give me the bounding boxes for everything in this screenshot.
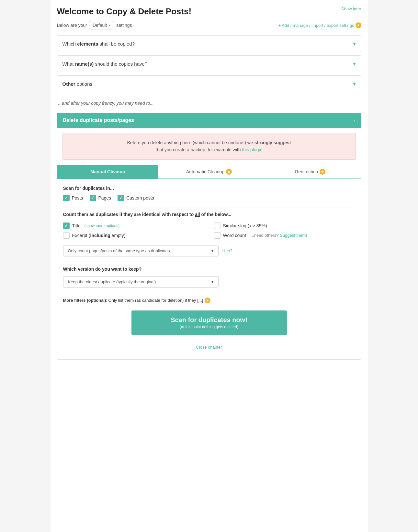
excerpt-label: Excerpt (including empty) [72,233,126,238]
backup-plugin-link[interactable]: this plugin [242,147,262,152]
excerpt-checkbox[interactable] [63,232,70,239]
suggest-link[interactable]: Suggest them! [280,233,307,238]
other-options-accordion-header[interactable]: Other options ▾ [57,76,361,92]
which-version-dropdown-wrapper: Keep the oldest duplicate (typically the… [63,276,355,288]
tab-body: Scan for duplicates in... Posts Pages Cu… [57,179,361,359]
header-row: Welcome to Copy & Delete Posts! Show int… [57,6,361,16]
criteria-slug: Similar slug (x ≥ 85%) [214,223,355,229]
suggest-prefix: ...need others? [251,233,280,238]
title-label: Title [72,223,81,228]
backup-warning-text: Before you delete anything here (which c… [127,140,291,152]
backup-warning: Before you delete anything here (which c… [62,133,356,160]
names-accordion: What name(s) should the copies have? ▾ [57,55,361,72]
tabs-row: Manual Cleanup Automatic Cleanup ★ Redir… [57,165,361,179]
tab-automatic-cleanup[interactable]: Automatic Cleanup ★ [158,165,260,179]
elements-chevron-icon: ▾ [353,40,356,47]
tab-redirection[interactable]: Redirection ★ [260,165,361,179]
same-type-label: Only count pages/posts of the same type … [68,248,170,253]
delete-section-body: Before you delete anything here (which c… [57,133,361,360]
settings-prefix: Below are your [57,23,87,28]
elements-accordion-header[interactable]: Which elements shall be copied? ▾ [57,36,361,52]
checkbox-pages: Pages [90,195,111,201]
elements-accordion-label: Which elements shall be copied? [62,41,135,47]
collapse-icon[interactable]: ‹ [354,117,355,123]
scan-label: Scan for duplicates in... [63,186,355,191]
title-show-more-link[interactable]: (show more options) [84,223,119,228]
premium-icon: ★ [356,22,361,28]
close-chapter-link[interactable]: Close chapter [63,340,355,353]
pages-label: Pages [98,195,111,201]
other-options-chevron-icon: ▾ [353,80,356,87]
checkbox-custom-posts: Custom posts [118,195,154,201]
names-accordion-header[interactable]: What name(s) should the copies have? ▾ [57,56,361,72]
settings-suffix: settings [116,23,132,28]
show-intro-link[interactable]: Show intro [341,6,361,11]
tab-redirection-label: Redirection [295,169,318,174]
criteria-word-count: Word count ...need others? Suggest them! [214,232,355,239]
pages-checkbox[interactable] [90,195,96,201]
divider-2 [63,263,355,263]
scan-button-sub: (at this point nothing gets deleted) [135,325,284,329]
which-version-chevron-icon: ▾ [211,279,214,284]
manage-settings-link[interactable]: + Add / manage / import / export setting… [278,22,361,28]
tab-automatic-label: Automatic Cleanup [186,169,224,174]
posts-label: Posts [72,195,83,201]
redirection-premium-icon: ★ [320,169,325,175]
more-filters-premium-icon: ★ [205,298,210,303]
criteria-excerpt: Excerpt (including empty) [63,232,204,239]
divider-1 [63,208,355,208]
delete-section-title: Delete duplicate posts/pages [63,117,134,123]
same-type-dropdown-wrapper: Only count pages/posts of the same type … [63,245,355,256]
same-type-dropdown[interactable]: Only count pages/posts of the same type … [63,245,219,256]
automatic-premium-icon: ★ [226,169,232,175]
more-filters-row: More filters (optional): Only list them … [63,298,355,303]
scan-button[interactable]: Scan for duplicates now! (at this point … [131,310,287,335]
which-version-dropdown[interactable]: Keep the oldest duplicate (typically the… [63,276,219,288]
elements-accordion: Which elements shall be copied? ▾ [57,35,361,52]
names-accordion-label: What name(s) should the copies have? [62,61,148,67]
custom-posts-checkbox[interactable] [118,195,124,201]
huh-link[interactable]: Huh? [222,248,232,253]
chevron-down-icon: ▾ [109,23,111,27]
page-title: Welcome to Copy & Delete Posts! [57,6,192,16]
delete-section-header: Delete duplicate posts/pages ‹ [57,113,361,128]
scan-button-label: Scan for duplicates now! [171,316,247,323]
tab-manual-cleanup[interactable]: Manual Cleanup [57,165,159,179]
duplicates-label: Count them as duplicates if they are ide… [63,211,355,218]
settings-dropdown[interactable]: Default ▾ [89,21,114,29]
which-version-value: Keep the oldest duplicate (typically the… [68,279,156,284]
slug-checkbox[interactable] [214,223,220,229]
settings-left: Below are your Default ▾ settings [57,21,132,29]
criteria-title: Title (show more options) [63,223,204,229]
posts-checkbox[interactable] [63,195,70,201]
custom-posts-label: Custom posts [126,195,154,201]
slug-label: Similar slug (x ≥ 85%) [223,223,267,228]
more-filters-label: More filters (optional): Only list them … [63,298,203,303]
which-version-label: Which version do you want to keep? [63,266,355,272]
divider-3 [63,294,355,294]
word-count-checkbox[interactable] [214,232,220,239]
scan-checkbox-row: Posts Pages Custom posts [63,195,355,201]
other-options-accordion: Other options ▾ [57,75,361,92]
checkbox-posts: Posts [63,195,83,201]
suggest-row: ...need others? Suggest them! [251,233,307,238]
word-count-label: Word count [223,233,246,238]
criteria-grid: Title (show more options) Similar slug (… [63,223,355,239]
dropdown-label: Default [93,23,107,28]
names-chevron-icon: ▾ [353,60,356,67]
dropdown-chevron-icon: ▾ [211,248,214,253]
frenzy-text: ...and after your copy frenzy, you may n… [57,95,361,111]
title-checkbox[interactable] [63,223,70,229]
tab-manual-label: Manual Cleanup [90,169,125,174]
settings-row: Below are your Default ▾ settings + Add … [57,21,361,29]
other-options-label: Other options [62,81,93,87]
